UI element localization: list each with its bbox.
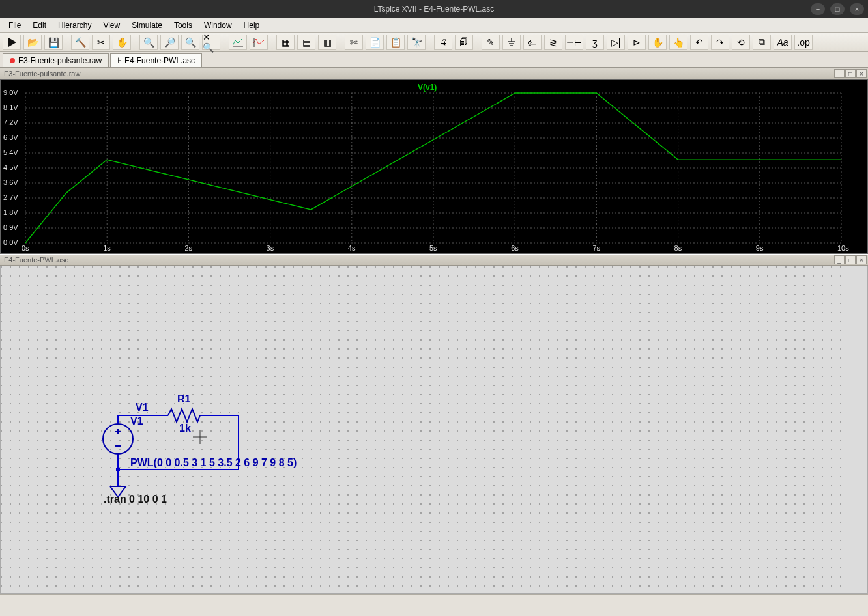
- paste-button[interactable]: 📋: [386, 35, 405, 50]
- resistor-value[interactable]: 1k: [179, 423, 191, 434]
- voltage-source-value[interactable]: PWL(0 0 0.5 3 1 5 3.5 2 6 9 7 9 8 5): [130, 457, 297, 469]
- find-button[interactable]: 🔭: [407, 35, 426, 50]
- document-tabbar: E3-Fuente-pulsante.raw ⊦ E4-Fuente-PWL.a…: [0, 52, 868, 68]
- waveform-pane-title: E3-Fuente-pulsante.raw _ □ ×: [0, 68, 868, 79]
- y-tick-label: 0.9V: [3, 223, 18, 231]
- net-label[interactable]: V1: [136, 402, 149, 413]
- menu-file[interactable]: File: [4, 20, 25, 31]
- schematic-pane-title-text: E4-Fuente-PWL.asc: [4, 256, 68, 264]
- y-tick-label: 7.2V: [3, 119, 18, 126]
- x-tick-label: 9s: [756, 244, 764, 252]
- svg-marker-0: [8, 38, 16, 47]
- x-tick-label: 8s: [674, 244, 682, 252]
- save-button[interactable]: 💾: [44, 35, 63, 50]
- menu-hierarchy[interactable]: Hierarchy: [53, 20, 96, 31]
- mirror-tool-icon[interactable]: ⧉: [753, 35, 771, 50]
- component-tool-icon[interactable]: ⊳: [628, 35, 646, 50]
- cascade-windows-icon[interactable]: ▤: [297, 35, 315, 50]
- menu-edit[interactable]: Edit: [28, 20, 51, 31]
- menu-window[interactable]: Window: [199, 20, 237, 31]
- rotate-tool-icon[interactable]: ⟲: [732, 35, 750, 50]
- y-tick-label: 3.6V: [3, 178, 18, 186]
- x-tick-label: 3s: [267, 244, 274, 252]
- tab-waveform[interactable]: E3-Fuente-pulsante.raw: [3, 53, 109, 67]
- paste-component-icon[interactable]: ✋: [113, 35, 131, 50]
- y-tick-label: 9.0V: [3, 89, 18, 96]
- pane-minimize-button[interactable]: _: [834, 69, 845, 78]
- schematic-grid: [1, 266, 845, 594]
- window-controls: − □ ×: [811, 3, 864, 15]
- copy-button[interactable]: 📄: [366, 35, 384, 50]
- waveform-icon: [10, 58, 15, 63]
- x-tick-label: 6s: [511, 244, 519, 252]
- resistor-refdes[interactable]: R1: [177, 393, 190, 405]
- y-tick-label: 2.7V: [3, 193, 18, 201]
- text-tool-icon[interactable]: Aa: [774, 35, 792, 50]
- x-tick-label: 5s: [429, 244, 437, 252]
- tile-windows-icon[interactable]: ▦: [276, 35, 295, 50]
- move-tool-icon[interactable]: ✋: [648, 35, 667, 50]
- trace-label[interactable]: V(v1): [418, 83, 437, 92]
- pane-close-button[interactable]: ×: [856, 255, 867, 264]
- y-tick-label: 0.0V: [3, 238, 18, 246]
- voltage-source-refdes[interactable]: V1: [130, 415, 143, 427]
- print-button[interactable]: 🖨: [434, 35, 452, 50]
- pane-maximize-button[interactable]: □: [845, 255, 856, 264]
- y-tick-label: 5.4V: [3, 148, 18, 156]
- scissors-icon[interactable]: ✂: [92, 35, 110, 50]
- autorange-x-icon[interactable]: [229, 35, 247, 50]
- x-tick-label: 7s: [592, 244, 600, 252]
- y-tick-label: 1.8V: [3, 208, 18, 216]
- label-tool-icon[interactable]: 🏷: [523, 35, 542, 50]
- resistor-tool-icon[interactable]: ≷: [544, 35, 562, 50]
- wire-junction: [116, 468, 120, 471]
- menu-help[interactable]: Help: [239, 20, 265, 31]
- schematic-pane-title: E4-Fuente-PWL.asc _ □ ×: [0, 254, 868, 266]
- inductor-tool-icon[interactable]: ʒ: [586, 35, 604, 50]
- menu-tools[interactable]: Tools: [169, 20, 197, 31]
- pane-minimize-button[interactable]: _: [834, 255, 845, 264]
- tab-schematic[interactable]: ⊦ E4-Fuente-PWL.asc: [110, 53, 202, 67]
- x-tick-label: 1s: [103, 244, 111, 252]
- spice-directive-text[interactable]: .tran 0 10 0 1: [104, 494, 167, 505]
- autorange-y-icon[interactable]: [250, 35, 268, 50]
- menu-simulate[interactable]: Simulate: [127, 20, 167, 31]
- drag-tool-icon[interactable]: 👆: [669, 35, 687, 50]
- zoom-in-button[interactable]: 🔍: [139, 35, 158, 50]
- minimize-button[interactable]: −: [811, 3, 825, 15]
- schematic-canvas[interactable]: V1 V1 R1 1k PWL(0 0 0.5 3 1 5 3.5 2 6 9 …: [0, 266, 868, 594]
- pane-close-button[interactable]: ×: [856, 69, 867, 78]
- undo-button[interactable]: ↶: [690, 35, 708, 50]
- pane-maximize-button[interactable]: □: [845, 69, 856, 78]
- open-button[interactable]: 📂: [23, 35, 42, 50]
- menu-view[interactable]: View: [98, 20, 124, 31]
- zoom-pan-button[interactable]: 🔎: [160, 35, 179, 50]
- window-titlebar: LTspice XVII - E4-Fuente-PWL.asc − □ ×: [0, 0, 868, 18]
- y-tick-label: 8.1V: [3, 104, 18, 111]
- cut-button[interactable]: ✄: [345, 35, 363, 50]
- zoom-fit-button[interactable]: ✕🔍: [202, 35, 220, 50]
- capacitor-tool-icon[interactable]: ⊣⊢: [565, 35, 583, 50]
- hammer-icon[interactable]: 🔨: [71, 35, 89, 50]
- tab-label: E3-Fuente-pulsante.raw: [18, 56, 102, 65]
- close-button[interactable]: ×: [850, 3, 864, 15]
- waveform-pane-title-text: E3-Fuente-pulsante.raw: [4, 70, 80, 77]
- close-windows-icon[interactable]: ▥: [318, 35, 336, 50]
- run-button[interactable]: [3, 35, 21, 50]
- window-title: LTspice XVII - E4-Fuente-PWL.asc: [374, 5, 495, 14]
- y-tick-label: 6.3V: [3, 133, 18, 141]
- x-tick-label: 0s: [22, 244, 29, 252]
- schematic-icon: ⊦: [117, 56, 121, 65]
- toolbar: 📂 💾 🔨 ✂ ✋ 🔍 🔎 🔍 ✕🔍 ▦ ▤ ▥ ✄ 📄 📋 🔭 🖨 🗐 ✎ 🏷…: [0, 33, 868, 52]
- maximize-button[interactable]: □: [830, 3, 845, 15]
- plot-svg: [1, 80, 845, 255]
- spice-directive-tool-icon[interactable]: .op: [794, 35, 813, 50]
- diode-tool-icon[interactable]: ▷|: [607, 35, 625, 50]
- print-setup-button[interactable]: 🗐: [455, 35, 473, 50]
- waveform-plot[interactable]: V(v1) 9.0V8.1V7.2V6.3V5.4V4.5V3.6V2.7V1.…: [0, 79, 868, 254]
- redo-button[interactable]: ↷: [711, 35, 729, 50]
- wire-tool-icon[interactable]: ✎: [482, 35, 500, 50]
- ground-tool-icon[interactable]: [502, 35, 521, 50]
- menubar: File Edit Hierarchy View Simulate Tools …: [0, 18, 868, 33]
- zoom-out-button[interactable]: 🔍: [181, 35, 199, 50]
